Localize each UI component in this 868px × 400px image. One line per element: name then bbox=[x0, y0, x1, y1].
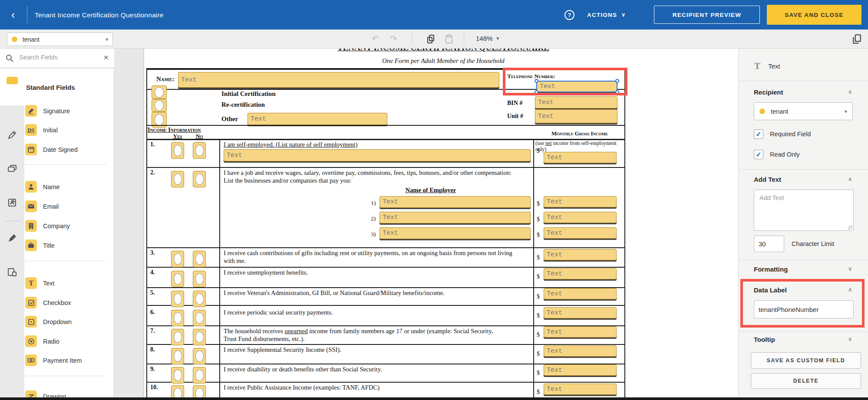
q3-amount-field[interactable]: Text bbox=[544, 249, 617, 260]
selection-handle[interactable] bbox=[535, 79, 538, 83]
q9-yes-checkbox[interactable] bbox=[171, 367, 184, 384]
person-icon bbox=[25, 181, 37, 193]
pen-icon[interactable] bbox=[0, 226, 24, 250]
panel-recipient-selector[interactable]: tenant ▾ bbox=[754, 102, 853, 120]
resize-grip-icon[interactable] bbox=[848, 225, 852, 230]
q7-no-checkbox[interactable] bbox=[193, 329, 206, 345]
employer-3-amount-field[interactable]: Text bbox=[544, 227, 617, 239]
sidebar-item-checkbox[interactable]: Checkbox bbox=[25, 297, 71, 308]
recipient-preview-button[interactable]: RECIPIENT PREVIEW bbox=[654, 6, 760, 24]
sidebar-item-initial[interactable]: DS Initial bbox=[25, 124, 58, 136]
custom-fields-icon[interactable] bbox=[0, 123, 24, 147]
sidebar-item-text[interactable]: T Text bbox=[25, 277, 55, 289]
q7-yes-checkbox[interactable] bbox=[171, 329, 184, 345]
delete-button[interactable]: DELETE bbox=[751, 373, 861, 389]
sidebar-item-dropdown[interactable]: Dropdown bbox=[25, 316, 72, 328]
q4-no-checkbox[interactable] bbox=[193, 271, 206, 287]
required-field-checkbox[interactable]: ✓ bbox=[754, 129, 763, 139]
q8-yes-checkbox[interactable] bbox=[171, 348, 184, 364]
q8-amount-field[interactable]: Text bbox=[544, 345, 617, 357]
q1-text-field[interactable]: Text bbox=[224, 149, 531, 161]
q2-yes-checkbox[interactable] bbox=[171, 171, 184, 187]
tenant-name-field[interactable]: Text bbox=[178, 72, 499, 88]
read-only-checkbox[interactable]: ✓ bbox=[754, 150, 763, 159]
standard-fields-icon bbox=[7, 77, 18, 84]
q8-no-checkbox[interactable] bbox=[193, 348, 206, 364]
q9-no-checkbox[interactable] bbox=[193, 367, 206, 384]
back-icon[interactable]: ‹ bbox=[6, 8, 20, 22]
selection-handle[interactable] bbox=[615, 90, 619, 94]
q7-amount-field[interactable]: Text bbox=[544, 326, 617, 338]
q6-no-checkbox[interactable] bbox=[193, 310, 206, 326]
contact-card-icon[interactable] bbox=[0, 190, 24, 215]
tenant-phone-field-selected[interactable]: Text bbox=[536, 81, 617, 92]
fields-sidebar: ✕ bbox=[0, 49, 114, 400]
q6-yes-checkbox[interactable] bbox=[171, 310, 184, 326]
employer-2-amount-field[interactable]: Text bbox=[544, 212, 617, 223]
employer-2-field[interactable]: Text bbox=[380, 212, 531, 223]
bin-field[interactable]: Text bbox=[535, 96, 617, 108]
employer-1-amount-field[interactable]: Text bbox=[544, 196, 617, 207]
standard-fields-title: Standard Fields bbox=[26, 84, 75, 91]
recertification-checkbox[interactable] bbox=[152, 99, 167, 112]
help-icon[interactable]: ? bbox=[564, 10, 574, 20]
q5-amount-field[interactable]: Text bbox=[544, 288, 617, 299]
q5-yes-checkbox[interactable] bbox=[171, 291, 184, 307]
close-icon[interactable]: ✕ bbox=[103, 54, 109, 62]
character-limit-input[interactable] bbox=[754, 236, 784, 252]
q10-amount-field[interactable]: Text bbox=[544, 384, 617, 395]
employer-1-field[interactable]: Text bbox=[380, 196, 531, 208]
zoom-control[interactable]: 148% ▾ bbox=[476, 35, 499, 42]
q4-yes-checkbox[interactable] bbox=[171, 271, 184, 287]
rail-standard-fields-active[interactable] bbox=[0, 68, 24, 92]
sidebar-item-name[interactable]: Name bbox=[25, 181, 60, 193]
data-label-input[interactable] bbox=[754, 300, 854, 318]
employer-3-field[interactable]: Text bbox=[380, 227, 531, 239]
merge-fields-icon[interactable] bbox=[0, 157, 24, 181]
q6-amount-field[interactable]: Text bbox=[544, 307, 617, 318]
copy-icon[interactable] bbox=[426, 34, 436, 44]
initial-certification-checkbox[interactable] bbox=[152, 85, 167, 99]
page-thumbnails-icon[interactable] bbox=[851, 33, 862, 45]
row-number: 10. bbox=[150, 384, 158, 391]
undo-icon[interactable]: ↶ bbox=[372, 34, 379, 43]
q5-no-checkbox[interactable] bbox=[193, 291, 206, 307]
sidebar-item-email[interactable]: Email bbox=[25, 200, 59, 212]
sidebar-item-company[interactable]: Company bbox=[25, 220, 70, 232]
add-text-textarea[interactable] bbox=[754, 190, 854, 231]
recipient-selector[interactable]: tenant ▾ bbox=[7, 33, 113, 46]
selection-handle[interactable] bbox=[535, 90, 538, 94]
q9-amount-field[interactable]: Text bbox=[544, 364, 617, 376]
unit-field[interactable]: Text bbox=[535, 109, 617, 123]
devices-icon[interactable] bbox=[0, 260, 24, 284]
other-text-field[interactable]: Text bbox=[248, 113, 387, 125]
search-icon bbox=[5, 54, 14, 62]
save-as-custom-field-button[interactable]: SAVE AS CUSTOM FIELD bbox=[751, 352, 861, 369]
redo-icon[interactable]: ↷ bbox=[390, 34, 397, 43]
q1-no-checkbox[interactable] bbox=[193, 142, 206, 159]
selection-handle[interactable] bbox=[615, 79, 619, 83]
read-only-label: Read Only bbox=[770, 151, 800, 158]
chevron-up-icon[interactable]: ∧ bbox=[848, 286, 852, 293]
save-and-close-button[interactable]: SAVE AND CLOSE bbox=[767, 5, 861, 25]
q1-amount-field[interactable]: Text bbox=[544, 152, 617, 163]
sidebar-item-date-signed[interactable]: Date Signed bbox=[25, 144, 78, 155]
question-8: I receive Supplemental Security Income (… bbox=[224, 346, 523, 354]
sidebar-divider bbox=[25, 261, 106, 261]
sidebar-item-payment-item[interactable]: Payment Item bbox=[25, 354, 82, 366]
sidebar-item-signature[interactable]: Signature bbox=[25, 105, 70, 117]
q4-amount-field[interactable]: Text bbox=[544, 268, 617, 279]
q1-yes-checkbox[interactable] bbox=[171, 142, 184, 159]
chevron-down-icon[interactable]: ∨ bbox=[848, 266, 852, 272]
paste-icon[interactable] bbox=[444, 34, 454, 44]
sidebar-item-title[interactable]: Title bbox=[25, 239, 55, 251]
q2-no-checkbox[interactable] bbox=[193, 171, 206, 187]
sidebar-item-radio[interactable]: Radio bbox=[25, 335, 59, 347]
chevron-down-icon[interactable]: ∨ bbox=[848, 336, 852, 342]
q3-yes-checkbox[interactable] bbox=[171, 251, 184, 267]
chevron-up-icon[interactable]: ∧ bbox=[848, 89, 852, 95]
search-input[interactable] bbox=[18, 53, 92, 61]
chevron-up-icon[interactable]: ∧ bbox=[848, 176, 852, 182]
q3-no-checkbox[interactable] bbox=[193, 251, 206, 267]
actions-menu[interactable]: ACTIONS ∨ bbox=[587, 9, 626, 21]
